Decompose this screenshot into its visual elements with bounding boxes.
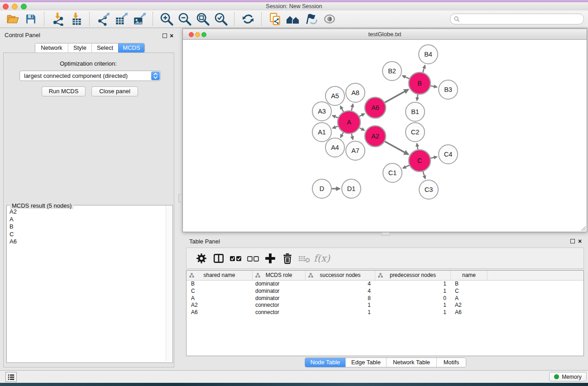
table-row[interactable]: A6connector11A6	[186, 309, 583, 316]
cell-successor-nodes[interactable]: 4	[306, 281, 375, 288]
edge-A-A8[interactable]	[351, 104, 353, 110]
control-panel-float-button[interactable]	[163, 33, 167, 38]
cell-shared-name[interactable]: A6	[186, 309, 253, 316]
node-B3[interactable]: B3	[439, 80, 458, 99]
node-A8[interactable]: A8	[346, 83, 365, 102]
zoom-out-button[interactable]	[177, 11, 192, 27]
node-A1[interactable]: A1	[312, 123, 331, 142]
tab-style[interactable]: Style	[68, 43, 91, 52]
result-item[interactable]: A2	[7, 208, 165, 216]
select-all-button[interactable]	[228, 252, 244, 265]
column-header-name[interactable]: name	[451, 271, 488, 280]
horizontal-splitter-handle[interactable]	[382, 232, 390, 236]
delete-column-button[interactable]	[280, 252, 295, 265]
export-network-button[interactable]	[96, 11, 111, 27]
optimization-criterion-select[interactable]: largest connected component (directed)	[19, 71, 161, 81]
edge-C-C1[interactable]	[403, 165, 409, 168]
cell-predecessor-nodes[interactable]: 1	[375, 302, 451, 309]
network-window-titlebar[interactable]: testGlobe.txt	[183, 29, 587, 40]
result-item[interactable]: A	[7, 216, 165, 224]
edge-A2-C[interactable]	[385, 142, 408, 155]
tab-network-table[interactable]: Network Table	[386, 358, 436, 367]
network-zoom-button[interactable]	[201, 32, 206, 37]
cell-shared-name[interactable]: B	[186, 281, 253, 288]
edge-A-A5[interactable]	[340, 106, 344, 112]
edge-A-A4[interactable]	[340, 133, 343, 138]
copy-current-style-button[interactable]	[268, 11, 283, 27]
node-A4[interactable]: A4	[325, 138, 344, 157]
table-row[interactable]: Bdominator41B	[186, 281, 583, 288]
edge-A-A6[interactable]	[359, 114, 365, 116]
node-A6[interactable]: A6	[365, 97, 386, 118]
zoom-in-button[interactable]	[159, 11, 174, 27]
cell-shared-name[interactable]: C	[186, 288, 253, 295]
tab-mcds[interactable]: MCDS	[118, 43, 144, 52]
task-history-button[interactable]	[5, 372, 17, 382]
cell-MCDS-role[interactable]: connector	[253, 302, 306, 309]
refresh-layout-button[interactable]	[240, 11, 256, 27]
edge-A-A2[interactable]	[359, 128, 364, 130]
node-C4[interactable]: C4	[439, 145, 458, 164]
edge-B-B4[interactable]	[423, 65, 425, 72]
column-header-MCDS-role[interactable]: MCDS role	[253, 271, 306, 280]
edge-B-B2[interactable]	[402, 76, 409, 79]
import-network-button[interactable]	[50, 11, 66, 27]
network-minimize-button[interactable]	[195, 32, 200, 37]
cell-predecessor-nodes[interactable]: 0	[375, 295, 451, 302]
table-row[interactable]: A2connector11A2	[186, 302, 583, 309]
cell-shared-name[interactable]: A2	[186, 302, 253, 309]
node-A5[interactable]: A5	[325, 86, 344, 105]
cell-name[interactable]: B	[451, 281, 488, 288]
node-C2[interactable]: C2	[406, 123, 425, 142]
cell-successor-nodes[interactable]: 8	[306, 295, 375, 302]
node-C[interactable]: C	[409, 150, 430, 172]
show-graphics-details-button[interactable]	[322, 11, 337, 27]
cell-successor-nodes[interactable]: 1	[306, 309, 375, 316]
result-list-scrollbar[interactable]	[166, 205, 172, 362]
vertical-splitter-handle[interactable]	[178, 194, 182, 202]
column-header-shared-name[interactable]: shared name	[186, 271, 253, 280]
export-image-button[interactable]	[132, 11, 147, 27]
tab-node-table[interactable]: Node Table	[305, 358, 345, 367]
node-C1[interactable]: C1	[383, 163, 402, 182]
close-panel-button[interactable]: Close panel	[91, 86, 138, 96]
cell-shared-name[interactable]: A	[186, 295, 253, 302]
tab-select[interactable]: Select	[91, 43, 118, 52]
resize-grip-icon[interactable]	[580, 225, 586, 231]
node-B[interactable]: B	[409, 72, 430, 94]
table-panel-close-button[interactable]: ×	[578, 238, 582, 244]
cell-MCDS-role[interactable]: dominator	[253, 288, 306, 295]
result-item[interactable]: B	[7, 223, 165, 231]
import-table-button[interactable]	[68, 11, 84, 27]
cell-predecessor-nodes[interactable]: 1	[375, 281, 451, 288]
cell-name[interactable]: A	[451, 295, 488, 302]
edge-A-A3[interactable]	[332, 115, 338, 118]
zoom-fit-button[interactable]	[195, 11, 210, 27]
show-column-button[interactable]	[211, 252, 226, 265]
cell-MCDS-role[interactable]: connector	[253, 309, 306, 316]
export-table-button[interactable]	[114, 11, 129, 27]
tab-network[interactable]: Network	[35, 43, 68, 52]
node-B4[interactable]: B4	[419, 45, 438, 64]
zoom-selected-button[interactable]	[213, 11, 229, 27]
edge-A-A1[interactable]	[332, 126, 338, 128]
node-A[interactable]: A	[338, 111, 360, 133]
save-session-button[interactable]	[23, 11, 38, 27]
node-A3[interactable]: A3	[312, 102, 331, 121]
tab-motifs[interactable]: Motifs	[436, 358, 466, 367]
edge-B-B3[interactable]	[430, 86, 437, 87]
result-item[interactable]: A6	[7, 238, 165, 246]
add-column-button[interactable]	[263, 252, 278, 265]
cell-MCDS-role[interactable]: dominator	[253, 281, 306, 288]
minimize-window-button[interactable]	[12, 4, 18, 10]
cell-MCDS-role[interactable]: dominator	[253, 295, 306, 302]
table-row[interactable]: Adominator80A	[186, 295, 583, 302]
zoom-window-button[interactable]	[21, 4, 27, 10]
run-mcds-button[interactable]: Run MCDS	[42, 86, 86, 96]
column-header-predecessor-nodes[interactable]: predecessor nodes	[375, 271, 451, 280]
close-window-button[interactable]	[3, 4, 9, 10]
edge-C-C3[interactable]	[423, 172, 425, 179]
cell-name[interactable]: C	[451, 288, 488, 295]
deselect-all-button[interactable]	[245, 252, 261, 265]
network-close-button[interactable]	[189, 32, 194, 37]
